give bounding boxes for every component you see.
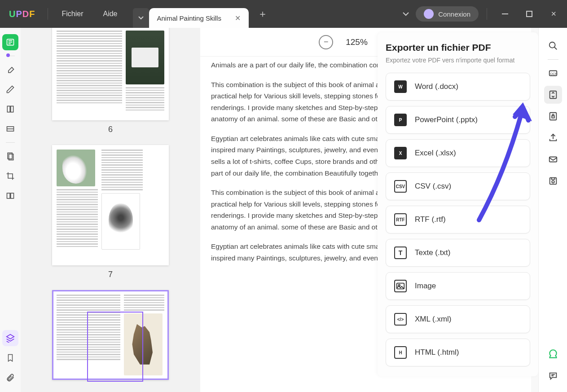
pages-tool[interactable] xyxy=(2,148,18,164)
svg-text:OCR: OCR xyxy=(550,72,557,76)
export-panel: Exporter un fichier PDF Exportez votre P… xyxy=(378,32,538,376)
thumbnail-label-6: 6 xyxy=(52,125,169,134)
search-button[interactable] xyxy=(544,37,562,55)
thumbnail-page-7[interactable] xyxy=(52,145,169,265)
tab-title: Animal Painting Skills xyxy=(157,14,221,22)
accent-dot xyxy=(6,53,10,57)
export-word[interactable]: W Word (.docx) xyxy=(386,73,530,101)
email-button[interactable] xyxy=(544,150,562,168)
svg-rect-1 xyxy=(527,11,532,17)
export-image[interactable]: Image xyxy=(386,272,530,300)
convert-button[interactable] xyxy=(544,86,562,104)
export-label: Excel (.xlsx) xyxy=(415,149,456,158)
share-button[interactable] xyxy=(544,129,562,147)
divider xyxy=(48,8,48,20)
svg-rect-0 xyxy=(502,13,508,14)
window-minimize[interactable] xyxy=(495,4,515,24)
window-close[interactable]: ✕ xyxy=(544,4,563,24)
zoom-out-button[interactable]: − xyxy=(319,35,333,49)
svg-rect-8 xyxy=(7,193,10,198)
export-csv[interactable]: CSV CSV (.csv) xyxy=(386,172,530,200)
svg-rect-9 xyxy=(11,193,14,198)
text-icon: T xyxy=(394,247,407,259)
svg-rect-4 xyxy=(11,106,13,112)
export-title: Exporter un fichier PDF xyxy=(386,42,530,53)
tab-add-button[interactable]: ＋ xyxy=(258,7,268,21)
menu-help[interactable]: Aide xyxy=(93,10,127,18)
window-maximize[interactable] xyxy=(519,4,539,24)
svg-rect-3 xyxy=(7,106,10,112)
right-toolbar: OCR xyxy=(538,28,567,392)
export-rtf[interactable]: RTF RTF (.rtf) xyxy=(386,206,530,233)
bookmark-button[interactable] xyxy=(2,350,18,366)
export-label: Image xyxy=(415,282,436,291)
comment-button[interactable] xyxy=(544,367,562,385)
compare-tool[interactable] xyxy=(2,188,18,204)
save-button[interactable] xyxy=(544,172,562,190)
export-label: HTML (.html) xyxy=(415,348,459,357)
divider xyxy=(487,8,487,20)
crop-tool[interactable] xyxy=(2,168,18,184)
tab-document[interactable]: Animal Painting Skills ✕ xyxy=(149,8,249,28)
thumbnail-label-7: 7 xyxy=(52,270,169,279)
attachment-button[interactable] xyxy=(2,370,18,386)
excel-icon: X xyxy=(394,147,407,159)
reader-mode-button[interactable] xyxy=(2,34,18,50)
svg-point-20 xyxy=(552,181,554,183)
export-label: Texte (.txt) xyxy=(415,248,450,257)
tab-close-icon[interactable]: ✕ xyxy=(235,14,241,22)
protect-button[interactable] xyxy=(544,107,562,125)
titlebar-dropdown[interactable] xyxy=(396,10,416,18)
thumbnail-page-8[interactable] xyxy=(52,290,169,380)
image-icon xyxy=(394,280,407,292)
export-xml[interactable]: </> XML (.xml) xyxy=(386,305,530,333)
ai-button[interactable] xyxy=(544,345,562,363)
login-button[interactable]: Connexion xyxy=(416,6,479,22)
svg-rect-17 xyxy=(552,116,554,118)
login-label: Connexion xyxy=(438,10,470,18)
highlighter-tool[interactable] xyxy=(2,62,18,78)
export-text[interactable]: T Texte (.txt) xyxy=(386,239,530,267)
pen-tool[interactable] xyxy=(2,81,18,97)
menu-file[interactable]: Fichier xyxy=(52,10,93,18)
zoom-value: 125% xyxy=(346,37,368,47)
powerpoint-icon: P xyxy=(394,114,407,126)
export-label: Word (.docx) xyxy=(415,82,458,91)
csv-icon: CSV xyxy=(394,180,407,193)
layers-button[interactable] xyxy=(2,330,18,346)
export-html[interactable]: H HTML (.html) xyxy=(386,339,530,366)
tab-dropdown[interactable] xyxy=(133,8,149,28)
export-powerpoint[interactable]: P PowerPoint (.pptx) xyxy=(386,106,530,134)
svg-rect-18 xyxy=(549,157,557,162)
export-label: RTF (.rtf) xyxy=(415,215,446,224)
svg-point-12 xyxy=(549,42,555,48)
left-toolbar xyxy=(0,28,21,392)
ocr-button[interactable]: OCR xyxy=(544,64,562,82)
rtf-icon: RTF xyxy=(394,213,407,226)
html-icon: H xyxy=(394,346,407,359)
thumbnail-page-6[interactable] xyxy=(52,28,169,120)
titlebar: UPDF Fichier Aide Animal Painting Skills… xyxy=(0,0,567,28)
export-excel[interactable]: X Excel (.xlsx) xyxy=(386,139,530,167)
thumbnail-panel: 6 7 xyxy=(21,28,200,392)
word-icon: W xyxy=(394,80,407,93)
avatar-icon xyxy=(424,9,434,19)
export-subtitle: Exportez votre PDF vers n'importe quel f… xyxy=(386,57,530,64)
form-tool[interactable] xyxy=(2,101,18,117)
xml-icon: </> xyxy=(394,313,407,326)
export-label: CSV (.csv) xyxy=(415,182,451,191)
app-logo: UPDF xyxy=(0,9,44,19)
export-label: XML (.xml) xyxy=(415,315,452,324)
export-label: PowerPoint (.pptx) xyxy=(415,115,478,124)
redact-tool[interactable] xyxy=(2,121,18,137)
